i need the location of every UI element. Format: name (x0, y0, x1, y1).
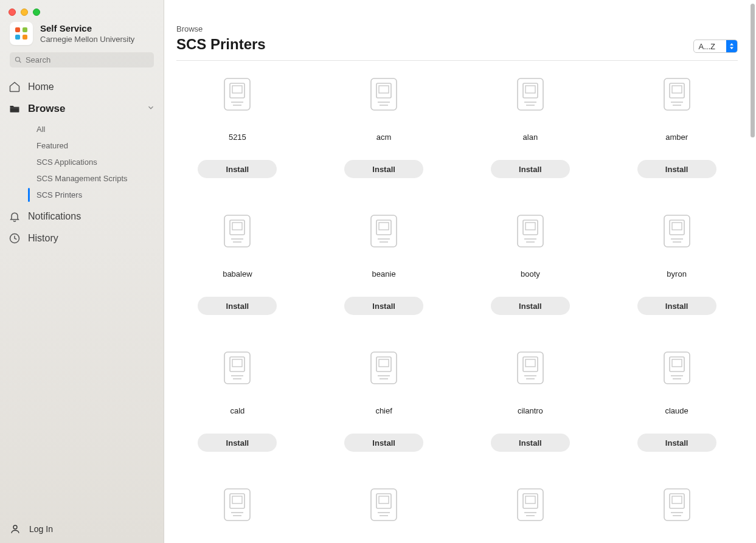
install-button[interactable]: Install (344, 434, 423, 452)
install-button[interactable]: Install (198, 297, 277, 315)
printer-icon (517, 78, 544, 111)
svg-rect-1 (23, 27, 27, 32)
printer-icon (224, 78, 251, 111)
svg-rect-3 (23, 35, 27, 40)
svg-rect-83 (525, 496, 535, 503)
search-input[interactable] (10, 52, 154, 67)
browse-category-item[interactable]: All (0, 121, 164, 137)
svg-marker-10 (730, 47, 733, 50)
minimize-window-button[interactable] (21, 9, 28, 16)
sidebar-item-label: Notifications (28, 211, 81, 222)
svg-rect-53 (232, 359, 242, 367)
printer-icon (370, 351, 397, 384)
printer-icon (517, 351, 544, 384)
svg-rect-73 (232, 496, 242, 503)
printer-icon (370, 215, 397, 247)
bell-icon (9, 210, 21, 223)
breadcrumb: Browse (176, 24, 738, 33)
install-button[interactable]: Install (198, 434, 277, 452)
svg-rect-0 (15, 27, 20, 32)
install-button[interactable]: Install (491, 160, 570, 178)
sidebar-item-browse[interactable]: Browse (0, 98, 164, 120)
sidebar: Self Service Carnegie Mellon University … (0, 0, 164, 543)
printer-icon (224, 215, 251, 247)
user-icon (10, 524, 21, 534)
svg-line-5 (19, 61, 21, 63)
svg-rect-23 (525, 86, 535, 93)
sidebar-header: Self Service Carnegie Mellon University (0, 16, 164, 52)
install-button[interactable]: Install (637, 160, 716, 178)
install-button[interactable]: Install (637, 297, 716, 315)
install-button[interactable]: Install (491, 297, 570, 315)
printer-card: amberInstall (616, 78, 738, 178)
printer-name: alan (523, 133, 538, 142)
svg-rect-88 (672, 496, 682, 503)
browse-category-item[interactable]: SCS Printers (0, 187, 164, 203)
sort-select[interactable]: A...Z (693, 40, 738, 53)
install-button[interactable]: Install (344, 160, 423, 178)
home-icon (9, 81, 21, 93)
printer-name: cilantro (518, 406, 543, 415)
printer-card: acmInstall (323, 78, 445, 178)
svg-rect-18 (379, 86, 389, 93)
svg-rect-78 (379, 496, 389, 503)
sidebar-nav: Home Browse AllFeaturedSCS ApplicationsS… (0, 74, 164, 252)
printer-icon (370, 78, 397, 111)
printer-grid: 5215Install acmInstall alanInstall amber… (176, 78, 738, 543)
search-icon (15, 56, 22, 64)
sidebar-item-label: History (28, 233, 58, 244)
sidebar-footer: Log In (0, 515, 164, 543)
maximize-window-button[interactable] (33, 9, 40, 16)
sidebar-item-home[interactable]: Home (0, 76, 164, 98)
printer-icon (517, 215, 544, 247)
sidebar-item-notifications[interactable]: Notifications (0, 206, 164, 227)
svg-rect-38 (379, 223, 389, 230)
updown-icon (729, 43, 735, 50)
sidebar-item-label: Home (28, 81, 54, 92)
printer-icon (224, 351, 251, 384)
printer-card: chiefInstall (323, 351, 445, 452)
login-button[interactable]: Log In (29, 524, 53, 534)
printer-icon (224, 488, 251, 521)
browse-category-item[interactable]: Featured (0, 137, 164, 154)
printer-icon (664, 215, 690, 247)
printer-card: 5215Install (176, 78, 299, 178)
install-button[interactable]: Install (198, 160, 277, 178)
svg-rect-68 (672, 359, 682, 367)
svg-point-4 (15, 57, 19, 61)
sort-dropdown-button[interactable] (726, 40, 737, 52)
install-button[interactable]: Install (491, 434, 570, 452)
printer-name: byron (667, 269, 687, 278)
svg-rect-28 (672, 86, 682, 93)
page-header: SCS Printers A...Z (176, 36, 738, 61)
sidebar-item-history[interactable]: History (0, 227, 164, 249)
printer-name: chief (375, 406, 392, 415)
printer-icon (664, 351, 690, 384)
printer-icon (664, 78, 690, 111)
printer-name: babalew (223, 269, 252, 278)
printer-card: Install (616, 488, 738, 543)
browse-category-item[interactable]: SCS Management Scripts (0, 170, 164, 187)
install-button[interactable]: Install (637, 434, 716, 452)
scrollbar-thumb[interactable] (751, 4, 755, 137)
history-icon (9, 232, 21, 244)
browse-category-item[interactable]: SCS Applications (0, 154, 164, 170)
printer-name: beanie (372, 269, 396, 278)
printer-name: claude (665, 406, 688, 415)
close-window-button[interactable] (9, 9, 16, 16)
printer-card: cilantroInstall (470, 351, 592, 452)
page-title: SCS Printers (176, 36, 266, 53)
search-field[interactable] (26, 55, 149, 64)
printer-name: acm (376, 133, 392, 142)
printer-card: bootyInstall (470, 215, 592, 315)
svg-rect-43 (525, 223, 535, 230)
printer-name: cald (230, 406, 244, 415)
printer-name: booty (521, 269, 540, 278)
install-button[interactable]: Install (344, 297, 423, 315)
printer-card: Install (323, 488, 445, 543)
printer-card: Install (176, 488, 299, 543)
folder-icon (9, 103, 21, 115)
printer-card: claudeInstall (616, 351, 738, 452)
printer-name: amber (665, 133, 688, 142)
window-controls (0, 0, 164, 16)
